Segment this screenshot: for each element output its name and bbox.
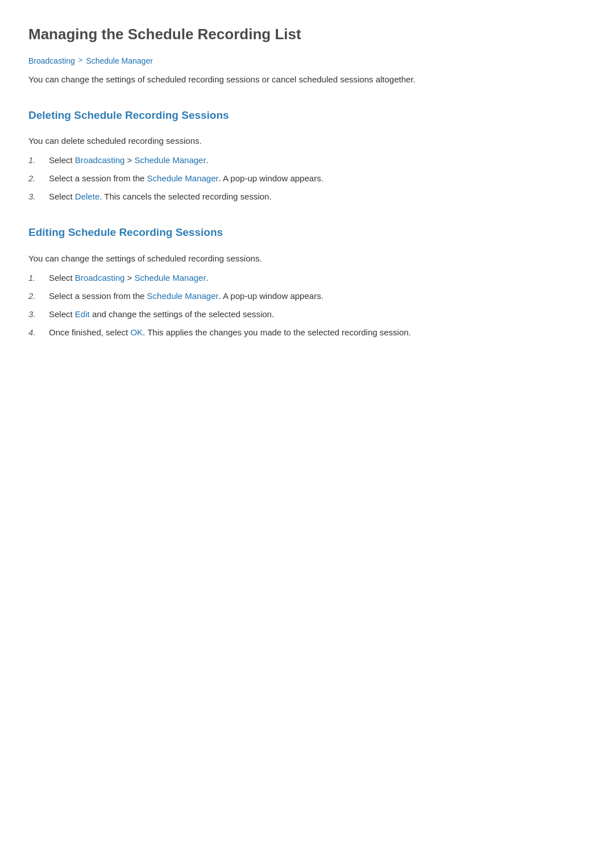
step3-delete-keyword: Delete bbox=[75, 192, 99, 201]
editing-step-4: 4. Once finished, select OK. This applie… bbox=[28, 326, 586, 339]
page-intro: You can change the settings of scheduled… bbox=[28, 73, 586, 86]
edit-step-number-2: 2. bbox=[28, 289, 49, 303]
edit-step3-edit-keyword: Edit bbox=[75, 309, 90, 319]
edit-step1-broadcasting-link[interactable]: Broadcasting bbox=[75, 273, 125, 283]
step-2-content: Select a session from the Schedule Manag… bbox=[49, 172, 586, 185]
step-number-2: 2. bbox=[28, 172, 49, 185]
editing-step-3: 3. Select Edit and change the settings o… bbox=[28, 308, 586, 321]
edit-step-number-4: 4. bbox=[28, 326, 49, 339]
editing-steps-list: 1. Select Broadcasting > Schedule Manage… bbox=[28, 271, 586, 339]
step1-schedule-manager-link[interactable]: Schedule Manager bbox=[135, 155, 206, 165]
page-title: Managing the Schedule Recording List bbox=[28, 23, 586, 47]
deleting-step-2: 2. Select a session from the Schedule Ma… bbox=[28, 172, 586, 185]
step2-schedule-manager-link[interactable]: Schedule Manager bbox=[147, 173, 219, 183]
section-editing-title: Editing Schedule Recording Sessions bbox=[28, 224, 586, 243]
breadcrumb-broadcasting[interactable]: Broadcasting bbox=[28, 55, 75, 67]
section-deleting: Deleting Schedule Recording Sessions You… bbox=[28, 107, 586, 203]
edit-step1-schedule-manager-link[interactable]: Schedule Manager bbox=[135, 273, 206, 283]
deleting-step-3: 3. Select Delete. This cancels the selec… bbox=[28, 190, 586, 203]
edit-step-2-content: Select a session from the Schedule Manag… bbox=[49, 289, 586, 303]
breadcrumb-separator: > bbox=[78, 55, 83, 67]
edit-step-number-1: 1. bbox=[28, 271, 49, 285]
edit-step-3-content: Select Edit and change the settings of t… bbox=[49, 308, 586, 321]
deleting-steps-list: 1. Select Broadcasting > Schedule Manage… bbox=[28, 153, 586, 203]
step-3-content: Select Delete. This cancels the selected… bbox=[49, 190, 586, 203]
breadcrumb-schedule-manager[interactable]: Schedule Manager bbox=[86, 55, 153, 67]
section-deleting-intro: You can delete scheduled recording sessi… bbox=[28, 134, 586, 148]
deleting-step-1: 1. Select Broadcasting > Schedule Manage… bbox=[28, 153, 586, 167]
edit-step4-ok-keyword: OK bbox=[130, 327, 143, 337]
breadcrumb: Broadcasting > Schedule Manager bbox=[28, 55, 586, 67]
edit-step-1-content: Select Broadcasting > Schedule Manager. bbox=[49, 271, 586, 285]
section-editing: Editing Schedule Recording Sessions You … bbox=[28, 224, 586, 339]
section-deleting-title: Deleting Schedule Recording Sessions bbox=[28, 107, 586, 126]
step-number-3: 3. bbox=[28, 190, 49, 203]
step-1-content: Select Broadcasting > Schedule Manager. bbox=[49, 153, 586, 167]
step1-broadcasting-link[interactable]: Broadcasting bbox=[75, 155, 125, 165]
section-editing-intro: You can change the settings of scheduled… bbox=[28, 252, 586, 265]
edit-step-number-3: 3. bbox=[28, 308, 49, 321]
editing-step-2: 2. Select a session from the Schedule Ma… bbox=[28, 289, 586, 303]
step-number-1: 1. bbox=[28, 153, 49, 167]
edit-step2-schedule-manager-link[interactable]: Schedule Manager bbox=[147, 291, 219, 301]
editing-step-1: 1. Select Broadcasting > Schedule Manage… bbox=[28, 271, 586, 285]
edit-step-4-content: Once finished, select OK. This applies t… bbox=[49, 326, 586, 339]
